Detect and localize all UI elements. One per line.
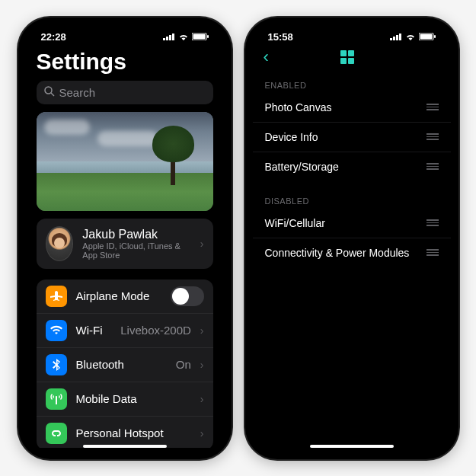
- svg-line-8: [51, 93, 54, 96]
- chevron-right-icon: ›: [200, 238, 204, 250]
- notch: [302, 18, 401, 36]
- phone-left: 22:28 Settings Search: [18, 18, 232, 459]
- drag-handle-icon[interactable]: [426, 133, 439, 140]
- avatar: [46, 226, 74, 261]
- list-item[interactable]: Device Info: [253, 123, 451, 152]
- list-item[interactable]: Connectivity & Power Modules: [253, 238, 451, 267]
- wifi-icon: [46, 320, 67, 341]
- wifi-status-icon: [178, 33, 189, 40]
- status-indicators: [390, 33, 436, 40]
- search-icon: [44, 86, 55, 99]
- item-label: Connectivity & Power Modules: [265, 247, 410, 259]
- home-indicator[interactable]: [310, 445, 394, 448]
- wifi-status-icon: [405, 33, 416, 40]
- list-item[interactable]: Battery/Storage: [253, 152, 451, 181]
- row-airplane-mode[interactable]: Airplane Mode: [37, 280, 213, 314]
- notch: [75, 18, 174, 36]
- battery-icon: [419, 33, 436, 40]
- row-wifi[interactable]: Wi-Fi Livebox-200D ›: [37, 314, 213, 348]
- svg-rect-6: [207, 35, 209, 38]
- back-button[interactable]: ‹: [264, 47, 269, 67]
- screen-modules: 15:58 ‹ ENABLED Photo Canvas Device Info: [253, 25, 451, 452]
- row-bluetooth[interactable]: Bluetooth On ›: [37, 348, 213, 382]
- status-time: 22:28: [41, 31, 66, 43]
- airplane-icon: [46, 286, 67, 307]
- svg-rect-9: [390, 38, 392, 40]
- drag-handle-icon[interactable]: [426, 104, 439, 110]
- svg-point-7: [45, 87, 52, 94]
- page-title: Settings: [37, 49, 213, 75]
- status-indicators: [163, 33, 209, 40]
- status-time: 15:58: [268, 31, 293, 43]
- settings-group-connectivity: Airplane Mode Wi-Fi Livebox-200D › Bluet…: [37, 280, 213, 448]
- profile-name: Jakub Pawlak: [82, 228, 191, 241]
- svg-rect-2: [169, 35, 171, 40]
- grid-icon[interactable]: [340, 50, 354, 64]
- chevron-right-icon: ›: [200, 427, 204, 439]
- battery-icon: [192, 33, 209, 40]
- disabled-list: WiFi/Cellular Connectivity & Power Modul…: [253, 209, 451, 267]
- item-label: Photo Canvas: [265, 101, 332, 113]
- profile-subtitle: Apple ID, iCloud, iTunes & App Store: [82, 241, 191, 260]
- chevron-right-icon: ›: [200, 324, 204, 337]
- svg-rect-10: [393, 37, 395, 40]
- list-item[interactable]: Photo Canvas: [253, 93, 451, 123]
- row-label: Wi-Fi: [76, 324, 112, 337]
- section-header-enabled: ENABLED: [253, 75, 451, 93]
- screen-settings: 22:28 Settings Search: [26, 25, 224, 452]
- svg-rect-5: [193, 34, 205, 40]
- apple-id-row[interactable]: Jakub Pawlak Apple ID, iCloud, iTunes & …: [37, 219, 213, 269]
- svg-rect-12: [399, 34, 401, 40]
- drag-handle-icon[interactable]: [426, 249, 439, 256]
- home-indicator[interactable]: [83, 445, 167, 448]
- item-label: Battery/Storage: [265, 161, 339, 173]
- svg-rect-15: [434, 35, 436, 38]
- enabled-list: Photo Canvas Device Info Battery/Storage: [253, 93, 451, 181]
- svg-rect-14: [420, 34, 432, 40]
- row-label: Mobile Data: [76, 392, 191, 405]
- search-placeholder: Search: [59, 86, 96, 99]
- svg-rect-3: [172, 34, 174, 40]
- svg-rect-0: [163, 38, 165, 40]
- svg-rect-1: [166, 37, 168, 40]
- nav-bar: ‹: [253, 44, 451, 75]
- list-item[interactable]: WiFi/Cellular: [253, 209, 451, 238]
- row-personal-hotspot[interactable]: Personal Hotspot ›: [37, 417, 213, 448]
- chevron-right-icon: ›: [200, 393, 204, 405]
- section-header-disabled: DISABLED: [253, 190, 451, 209]
- svg-rect-11: [396, 35, 398, 40]
- item-label: WiFi/Cellular: [265, 217, 325, 229]
- row-value: Livebox-200D: [120, 324, 191, 337]
- item-label: Device Info: [265, 131, 318, 143]
- row-mobile-data[interactable]: Mobile Data ›: [37, 382, 213, 417]
- row-label: Bluetooth: [76, 358, 167, 371]
- drag-handle-icon[interactable]: [426, 219, 439, 226]
- antenna-icon: [46, 388, 67, 410]
- bluetooth-icon: [46, 354, 67, 375]
- row-label: Personal Hotspot: [76, 426, 191, 439]
- row-value: On: [176, 358, 191, 371]
- phone-right: 15:58 ‹ ENABLED Photo Canvas Device Info: [245, 18, 458, 459]
- row-label: Airplane Mode: [76, 289, 161, 302]
- chevron-right-icon: ›: [200, 359, 204, 371]
- search-input[interactable]: Search: [37, 81, 213, 104]
- photo-canvas-widget[interactable]: [37, 112, 213, 211]
- drag-handle-icon[interactable]: [426, 163, 439, 170]
- airplane-toggle[interactable]: [171, 286, 204, 306]
- link-icon: [46, 423, 67, 444]
